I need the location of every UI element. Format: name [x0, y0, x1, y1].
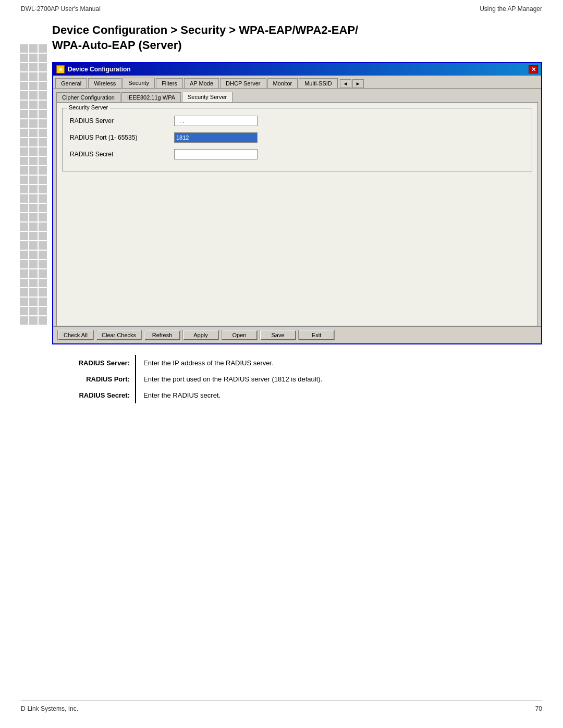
sidebar-square: [20, 232, 28, 240]
description-table: RADIUS Server: Enter the IP address of t…: [52, 355, 542, 403]
sidebar-square: [39, 213, 47, 221]
sidebar-square: [20, 101, 28, 109]
sidebar-square: [29, 82, 38, 90]
tab-bar: General Wireless Security Filters AP Mod…: [53, 76, 541, 89]
sidebar-square: [39, 251, 47, 259]
sidebar-square: [29, 251, 38, 259]
sidebar-square: [20, 147, 28, 156]
sidebar-square: [20, 138, 28, 146]
sidebar-square: [39, 260, 47, 268]
sidebar-square: [29, 72, 38, 81]
main-content: Device Configuration > Security > WPA-EA…: [52, 16, 542, 403]
sidebar-square: [29, 298, 38, 306]
tab-wireless[interactable]: Wireless: [88, 78, 121, 88]
clear-checks-button[interactable]: Clear Checks: [96, 330, 142, 340]
sidebar-square: [39, 63, 47, 71]
desc-value-radius-secret: Enter the RADIUS secret.: [136, 387, 542, 403]
sidebar-square: [20, 166, 28, 175]
sidebar-square: [39, 147, 47, 156]
tab-general[interactable]: General: [55, 78, 87, 88]
sidebar-square: [39, 307, 47, 315]
title-bar: ⚙ Device Configuration ✕: [53, 63, 541, 76]
sidebar-square: [20, 72, 28, 81]
sidebar-square: [20, 91, 28, 100]
sidebar-square: [20, 213, 28, 221]
refresh-button[interactable]: Refresh: [144, 330, 180, 340]
sidebar-square: [29, 157, 38, 165]
sub-tab-ieee[interactable]: IEEE802.11g WPA: [121, 92, 181, 102]
window-title: Device Configuration: [68, 66, 131, 73]
footer-left: D-Link Systems, Inc.: [21, 705, 78, 712]
desc-row-radius-port: RADIUS Port: Enter the port used on the …: [52, 371, 542, 387]
sub-tab-cipher[interactable]: Cipher Configuration: [56, 92, 120, 102]
sidebar-square: [29, 101, 38, 109]
desc-row-radius-server: RADIUS Server: Enter the IP address of t…: [52, 355, 542, 371]
sidebar-square: [29, 54, 38, 62]
close-button[interactable]: ✕: [529, 65, 538, 73]
tab-right-arrow[interactable]: ►: [352, 79, 364, 88]
save-button[interactable]: Save: [260, 330, 296, 340]
tab-ap-mode[interactable]: AP Mode: [184, 78, 219, 88]
desc-label-radius-secret: RADIUS Secret:: [52, 387, 136, 403]
sidebar-square: [29, 138, 38, 146]
content-panel: Security Server RADIUS Server RADIUS Por…: [56, 102, 538, 326]
sidebar-square: [20, 307, 28, 315]
sidebar-square: [29, 166, 38, 175]
tab-monitor[interactable]: Monitor: [267, 78, 298, 88]
sidebar-square: [29, 260, 38, 268]
sidebar-square: [20, 288, 28, 297]
sub-tab-bar: Cipher Configuration IEEE802.11g WPA Sec…: [53, 89, 541, 102]
desc-row-radius-secret: RADIUS Secret: Enter the RADIUS secret.: [52, 387, 542, 403]
sub-tab-security-server[interactable]: Security Server: [182, 92, 232, 102]
sidebar-square: [20, 129, 28, 137]
sidebar-square: [29, 269, 38, 278]
radius-server-row: RADIUS Server: [70, 114, 524, 126]
open-button[interactable]: Open: [221, 330, 258, 340]
exit-button[interactable]: Exit: [298, 330, 335, 340]
radius-server-input[interactable]: [174, 116, 258, 126]
sidebar-square: [29, 129, 38, 137]
sidebar-square: [29, 119, 38, 128]
page-header: DWL-2700AP User's Manual Using the AP Ma…: [0, 0, 563, 16]
sidebar-square: [29, 176, 38, 184]
check-all-button[interactable]: Check All: [57, 330, 94, 340]
sidebar-square: [39, 166, 47, 175]
sidebar-square: [39, 138, 47, 146]
manual-title: DWL-2700AP User's Manual: [21, 5, 101, 13]
sidebar-square: [29, 288, 38, 297]
sidebar-square: [29, 316, 38, 325]
sidebar-square: [20, 44, 28, 53]
tab-left-arrow[interactable]: ◄: [340, 79, 351, 88]
page-footer: D-Link Systems, Inc. 70: [21, 700, 542, 712]
desc-value-radius-server: Enter the IP address of the RADIUS serve…: [136, 355, 542, 371]
sidebar-square: [20, 157, 28, 165]
sidebar-square: [39, 54, 47, 62]
sidebar-square: [20, 194, 28, 203]
sidebar-square: [29, 223, 38, 231]
sidebar-square: [39, 279, 47, 287]
tab-security[interactable]: Security: [123, 78, 155, 88]
group-box-title: Security Server: [67, 104, 110, 110]
sidebar-square: [20, 241, 28, 250]
sidebar-square: [39, 232, 47, 240]
sidebar-square: [39, 44, 47, 53]
tab-multi-ssid[interactable]: Multi-SSID: [299, 78, 338, 88]
tab-dhcp-server[interactable]: DHCP Server: [220, 78, 266, 88]
apply-button[interactable]: Apply: [182, 330, 219, 340]
sidebar-square: [20, 185, 28, 193]
sidebar-square: [39, 72, 47, 81]
sidebar-square: [29, 147, 38, 156]
sidebar-square: [39, 82, 47, 90]
sidebar-square: [39, 241, 47, 250]
device-config-window: ⚙ Device Configuration ✕ General Wireles…: [52, 62, 542, 344]
radius-secret-row: RADIUS Secret: [70, 147, 524, 159]
sidebar-square: [39, 316, 47, 325]
sidebar-square: [39, 223, 47, 231]
radius-port-input[interactable]: [174, 132, 258, 143]
tab-filters[interactable]: Filters: [156, 78, 183, 88]
sidebar-square: [20, 63, 28, 71]
sidebar-square: [20, 119, 28, 128]
radius-secret-input[interactable]: [174, 149, 258, 159]
sidebar-square: [29, 307, 38, 315]
sidebar-square: [20, 223, 28, 231]
